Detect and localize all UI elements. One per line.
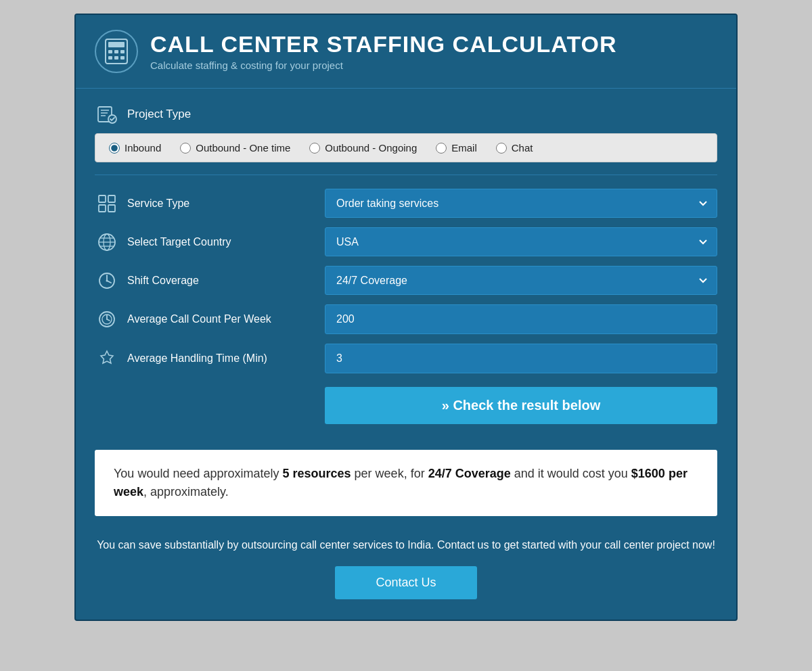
radio-email[interactable]: Email — [436, 142, 477, 154]
radio-outbound-one-time[interactable]: Outbound - One time — [180, 142, 290, 154]
target-country-row: Select Target Country USA UK Canada Aust… — [95, 227, 717, 256]
cta-text: You can save substantially by outsourcin… — [95, 536, 717, 554]
target-country-label-col: Select Target Country — [95, 230, 325, 254]
svg-rect-7 — [120, 56, 125, 60]
svg-rect-1 — [108, 42, 125, 47]
target-country-control: USA UK Canada Australia Other — [325, 227, 717, 256]
result-coverage: 24/7 Coverage — [428, 467, 511, 480]
result-middle2: and it would cost you — [511, 467, 631, 480]
avg-call-count-input[interactable]: 200 — [325, 304, 717, 334]
main-content: Project Type Inbound Outbound - One time… — [76, 89, 736, 450]
divider-1 — [95, 175, 717, 175]
radio-outbound-ongoing-label[interactable]: Outbound - Ongoing — [325, 142, 417, 154]
result-prefix: You would need approximately — [114, 467, 283, 480]
header-text: CALL CENTER STAFFING CALCULATOR Calculat… — [150, 32, 617, 71]
cta-section: You can save substantially by outsourcin… — [76, 530, 736, 620]
page-title: CALL CENTER STAFFING CALCULATOR — [150, 32, 617, 57]
calculator-icon — [95, 30, 138, 73]
svg-rect-4 — [120, 50, 125, 53]
page-subtitle: Calculate staffing & costing for your pr… — [150, 60, 617, 71]
target-country-icon — [95, 230, 119, 254]
svg-rect-3 — [114, 50, 118, 53]
avg-handling-time-label-col: Average Handling Time (Min) — [95, 346, 325, 371]
svg-rect-14 — [108, 195, 115, 202]
service-type-row: Service Type Order taking services Custo… — [95, 189, 717, 218]
result-box: You would need approximately 5 resources… — [95, 450, 717, 516]
avg-handling-time-input[interactable]: 3 — [325, 344, 717, 373]
avg-call-count-label-col: Average Call Count Per Week — [95, 307, 325, 331]
shift-coverage-label-col: Shift Coverage — [95, 269, 325, 293]
calculator-container: CALL CENTER STAFFING CALCULATOR Calculat… — [74, 14, 738, 621]
svg-rect-2 — [108, 50, 112, 53]
project-type-section: Project Type Inbound Outbound - One time… — [95, 102, 717, 162]
svg-rect-13 — [99, 195, 106, 202]
header: CALL CENTER STAFFING CALCULATOR Calculat… — [76, 15, 736, 89]
shift-coverage-label: Shift Coverage — [127, 275, 199, 287]
radio-inbound[interactable]: Inbound — [109, 142, 161, 154]
svg-rect-15 — [99, 205, 106, 212]
avg-handling-time-icon — [95, 346, 119, 371]
result-suffix: , approximately. — [143, 485, 229, 499]
shift-coverage-control: 24/7 Coverage 8 hours/day 16 hours/day 1… — [325, 266, 717, 295]
result-text: You would need approximately 5 resources… — [114, 465, 698, 501]
radio-email-label[interactable]: Email — [451, 142, 477, 154]
svg-line-29 — [107, 319, 110, 321]
project-type-radio-group: Inbound Outbound - One time Outbound - O… — [95, 133, 717, 162]
service-type-label-col: Service Type — [95, 191, 325, 216]
radio-chat-label[interactable]: Chat — [512, 142, 533, 154]
shift-coverage-select[interactable]: 24/7 Coverage 8 hours/day 16 hours/day 1… — [325, 266, 717, 295]
avg-handling-time-row: Average Handling Time (Min) 3 — [95, 344, 717, 373]
avg-handling-time-control: 3 — [325, 344, 717, 373]
check-result-button[interactable]: » Check the result below — [325, 387, 717, 424]
radio-inbound-label[interactable]: Inbound — [125, 142, 161, 154]
project-type-label: Project Type — [127, 108, 191, 121]
shift-coverage-row: Shift Coverage 24/7 Coverage 8 hours/day… — [95, 266, 717, 295]
service-type-select[interactable]: Order taking services Customer support T… — [325, 189, 717, 218]
avg-call-count-label: Average Call Count Per Week — [127, 313, 271, 325]
project-type-title-row: Project Type — [95, 102, 717, 126]
result-resources: 5 resources — [283, 467, 351, 480]
radio-outbound-one-time-label[interactable]: Outbound - One time — [196, 142, 290, 154]
svg-rect-6 — [114, 56, 118, 60]
svg-rect-16 — [108, 205, 115, 212]
avg-handling-time-label: Average Handling Time (Min) — [127, 352, 267, 365]
avg-call-count-icon — [95, 307, 119, 331]
service-type-icon — [95, 191, 119, 216]
project-type-icon — [95, 102, 119, 126]
radio-outbound-ongoing[interactable]: Outbound - Ongoing — [309, 142, 417, 154]
target-country-select[interactable]: USA UK Canada Australia Other — [325, 227, 717, 256]
target-country-label: Select Target Country — [127, 236, 231, 248]
avg-call-count-row: Average Call Count Per Week 200 — [95, 304, 717, 334]
service-type-control: Order taking services Customer support T… — [325, 189, 717, 218]
contact-us-button[interactable]: Contact Us — [335, 566, 476, 599]
service-type-label: Service Type — [127, 198, 189, 210]
result-middle1: per week, for — [351, 467, 428, 480]
radio-chat[interactable]: Chat — [496, 142, 533, 154]
svg-point-25 — [106, 279, 108, 281]
shift-coverage-icon — [95, 269, 119, 293]
check-button-row: » Check the result below — [95, 383, 717, 424]
svg-rect-5 — [108, 56, 112, 60]
check-button-col: » Check the result below — [325, 383, 717, 424]
avg-call-count-control: 200 — [325, 304, 717, 334]
